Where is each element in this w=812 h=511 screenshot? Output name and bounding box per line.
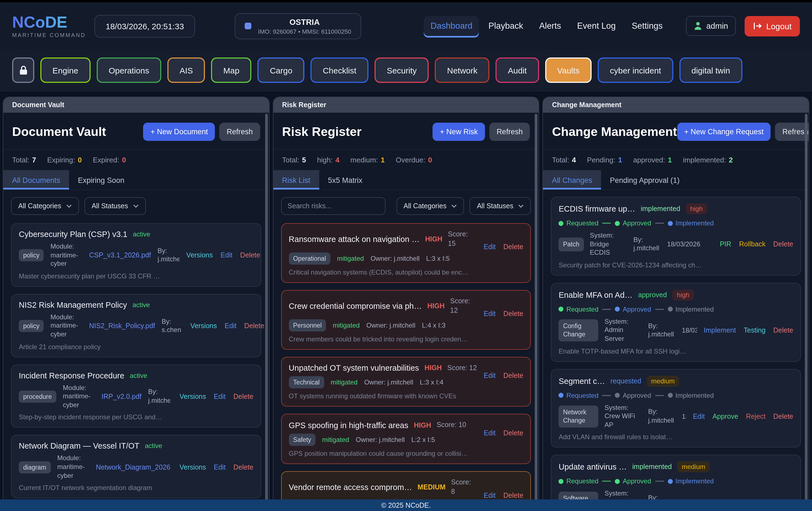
risk-register-window-title: Risk Register bbox=[273, 97, 539, 113]
risk-likelihood-impact: L:2 x I:5 bbox=[411, 436, 435, 444]
module-button-network[interactable]: Network bbox=[435, 57, 490, 83]
tab-all-changes[interactable]: All Changes bbox=[543, 170, 601, 190]
logout-button[interactable]: Logout bbox=[745, 16, 800, 36]
nav-item-playback[interactable]: Playback bbox=[482, 16, 530, 36]
document-file-link[interactable]: Network_Diagram_2026 bbox=[96, 463, 170, 471]
document-action-delete[interactable]: Delete bbox=[240, 252, 260, 259]
document-action-edit[interactable]: Edit bbox=[221, 252, 233, 259]
risk-actions: EditDelete bbox=[484, 372, 523, 380]
nav-item-settings[interactable]: Settings bbox=[625, 16, 669, 36]
document-vault-title: Document Vault bbox=[12, 124, 106, 139]
risk-action-delete[interactable]: Delete bbox=[503, 491, 523, 499]
document-action-versions[interactable]: Versions bbox=[186, 252, 213, 259]
risk-owner: Owner: j.mitchell bbox=[356, 436, 405, 444]
nav-item-event-log[interactable]: Event Log bbox=[571, 16, 622, 36]
app-window: NCoDE MARITIME COMMAND 18/03/2026, 20:51… bbox=[0, 0, 812, 511]
change-action-reject[interactable]: Reject bbox=[746, 413, 765, 420]
lock-button[interactable] bbox=[12, 57, 34, 83]
module-button-security[interactable]: Security bbox=[375, 57, 429, 83]
module-bar: EngineOperationsAISMapCargoChecklistSecu… bbox=[0, 50, 812, 92]
tab-5x5-matrix[interactable]: 5x5 Matrix bbox=[319, 170, 371, 190]
risk-likelihood-impact: L:3 x I:4 bbox=[420, 379, 443, 387]
module-button-map[interactable]: Map bbox=[211, 57, 252, 83]
document-title-row: Network Diagram — Vessel IT/OTactive bbox=[19, 442, 253, 451]
module-button-checklist[interactable]: Checklist bbox=[311, 57, 369, 83]
document-file-link[interactable]: IRP_v2.0.pdf bbox=[102, 393, 142, 400]
stage-approved: Approved bbox=[615, 391, 651, 399]
risk-actions: EditDelete bbox=[484, 429, 523, 437]
risk-action-edit[interactable]: Edit bbox=[484, 491, 495, 499]
change-title-row: Segment c…requestedmedium bbox=[559, 375, 793, 387]
tab-all-documents[interactable]: All Documents bbox=[3, 170, 69, 190]
change-priority-badge: high bbox=[686, 203, 707, 214]
change-action-delete[interactable]: Delete bbox=[773, 413, 793, 420]
all-categories-filter[interactable]: All Categories bbox=[11, 197, 79, 215]
document-action-edit[interactable]: Edit bbox=[214, 463, 226, 471]
change-action-delete[interactable]: Delete bbox=[773, 327, 793, 334]
risk-action-delete[interactable]: Delete bbox=[503, 243, 523, 251]
search-risks-input[interactable] bbox=[281, 197, 385, 215]
module-button-cyber-incident[interactable]: cyber incident bbox=[598, 57, 673, 83]
risk-card: GPS spoofing in high-traffic areasHIGHSc… bbox=[281, 414, 531, 464]
user-menu-button[interactable]: admin bbox=[686, 16, 736, 36]
document-action-delete[interactable]: Delete bbox=[233, 393, 253, 400]
document-action-versions[interactable]: Versions bbox=[179, 463, 206, 471]
all-statuses-filter[interactable]: All Statuses bbox=[85, 197, 146, 215]
module-button-ais[interactable]: AIS bbox=[167, 57, 205, 83]
change-title: Update antivirus … bbox=[559, 463, 627, 472]
nav-item-dashboard[interactable]: Dashboard bbox=[424, 16, 479, 36]
main-nav: DashboardPlaybackAlertsEvent LogSettings bbox=[424, 16, 669, 36]
change-action-edit[interactable]: Edit bbox=[693, 413, 705, 420]
stage-dot-icon bbox=[559, 221, 564, 226]
all-categories-filter[interactable]: All Categories bbox=[396, 197, 464, 215]
document-action-delete[interactable]: Delete bbox=[233, 463, 253, 471]
risk-action-edit[interactable]: Edit bbox=[484, 310, 495, 318]
change-title-row: Update antivirus …implementedmedium bbox=[559, 461, 793, 473]
document-scrollbar[interactable] bbox=[265, 114, 268, 508]
risk-action-edit[interactable]: Edit bbox=[484, 243, 495, 251]
document-action-versions[interactable]: Versions bbox=[190, 322, 217, 330]
refresh-changes-button[interactable]: Refresh bbox=[775, 123, 809, 141]
module-button-vaults[interactable]: Vaults bbox=[545, 57, 591, 83]
document-file-link[interactable]: NIS2_Risk_Policy.pdf bbox=[89, 322, 155, 330]
document-action-edit[interactable]: Edit bbox=[225, 322, 236, 330]
risk-scrollbar[interactable] bbox=[535, 114, 538, 508]
new-risk-button[interactable]: + New Risk bbox=[433, 123, 485, 141]
tab-pending-approval-1[interactable]: Pending Approval (1) bbox=[601, 170, 688, 190]
document-title: Cybersecurity Plan (CSP) v3.1 bbox=[19, 230, 127, 239]
document-action-delete[interactable]: Delete bbox=[244, 322, 264, 330]
risk-action-edit[interactable]: Edit bbox=[484, 372, 495, 380]
all-statuses-filter[interactable]: All Statuses bbox=[470, 197, 531, 215]
risk-action-delete[interactable]: Delete bbox=[503, 310, 523, 318]
document-action-versions[interactable]: Versions bbox=[179, 393, 206, 400]
change-action-implement[interactable]: Implement bbox=[704, 327, 736, 334]
module-button-audit[interactable]: Audit bbox=[496, 57, 539, 83]
risk-action-delete[interactable]: Delete bbox=[503, 429, 523, 437]
stage-dot-icon bbox=[559, 307, 564, 312]
module-button-cargo[interactable]: Cargo bbox=[258, 57, 304, 83]
change-action-testing[interactable]: Testing bbox=[744, 327, 765, 334]
module-button-operations[interactable]: Operations bbox=[96, 57, 161, 83]
document-file-link[interactable]: CSP_v3.1_2026.pdf bbox=[89, 252, 151, 259]
risk-action-delete[interactable]: Delete bbox=[503, 372, 523, 380]
module-button-engine[interactable]: Engine bbox=[40, 57, 90, 83]
change-action-approve[interactable]: Approve bbox=[713, 413, 738, 420]
document-action-edit[interactable]: Edit bbox=[214, 393, 226, 400]
change-action-pir[interactable]: PIR bbox=[720, 240, 731, 248]
new-document-button[interactable]: + New Document bbox=[143, 123, 215, 141]
module-button-digital-twin[interactable]: digital twin bbox=[679, 57, 742, 83]
refresh-risks-button[interactable]: Refresh bbox=[489, 123, 530, 141]
tab-expiring-soon[interactable]: Expiring Soon bbox=[69, 170, 133, 190]
change-management-panel: Change Management Change Management + Ne… bbox=[543, 97, 809, 511]
nav-item-alerts[interactable]: Alerts bbox=[532, 16, 568, 36]
new-change-request-button[interactable]: + New Change Request bbox=[677, 123, 771, 141]
change-title-row: ECDIS firmware up…implementedhigh bbox=[559, 203, 793, 214]
risk-action-edit[interactable]: Edit bbox=[484, 429, 495, 437]
change-action-rollback[interactable]: Rollback bbox=[739, 240, 765, 248]
stage-dot-icon bbox=[615, 307, 620, 312]
change-scrollbar[interactable] bbox=[805, 114, 808, 508]
document-meta-row: procedureModule: maritime-cyberIRP_v2.0.… bbox=[19, 384, 253, 409]
tab-risk-list[interactable]: Risk List bbox=[273, 170, 319, 190]
refresh-documents-button[interactable]: Refresh bbox=[220, 123, 260, 141]
change-action-delete[interactable]: Delete bbox=[773, 240, 793, 248]
